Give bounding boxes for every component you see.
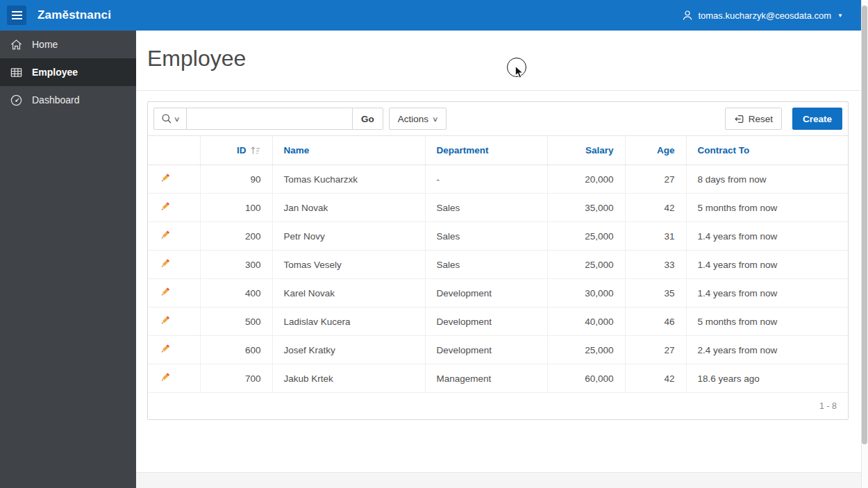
- cell-age: 31: [625, 222, 686, 251]
- edit-row-button[interactable]: [148, 279, 200, 308]
- cell-name: Petr Novy: [272, 222, 425, 251]
- cell-salary: 40,000: [547, 308, 625, 336]
- actions-menu-button[interactable]: Actions ∨: [389, 108, 447, 130]
- cell-salary: 60,000: [547, 364, 625, 393]
- edit-row-button[interactable]: [148, 194, 200, 222]
- cell-department: Management: [425, 364, 547, 393]
- column-header-age[interactable]: Age: [625, 136, 686, 165]
- sidebar-item-label: Dashboard: [32, 94, 80, 106]
- cell-department: -: [425, 165, 547, 194]
- column-header-id[interactable]: ID: [200, 136, 272, 165]
- cell-salary: 35,000: [547, 194, 625, 222]
- interactive-report-region: ∨ Go Actions ∨ Reset Create: [147, 101, 849, 420]
- cell-name: Ladislav Kucera: [272, 308, 425, 336]
- cell-id: 700: [200, 364, 272, 393]
- cell-name: Jakub Krtek: [272, 364, 425, 393]
- page-header: Employee: [136, 31, 861, 91]
- cell-contract-to: 5 months from now: [686, 194, 848, 222]
- person-icon: [682, 10, 693, 21]
- pencil-icon: [156, 340, 173, 357]
- column-header-salary[interactable]: Salary: [547, 136, 625, 165]
- pencil-icon: [156, 312, 173, 328]
- chevron-down-icon: ∨: [432, 115, 439, 123]
- table-icon: [10, 66, 23, 79]
- cell-department: Development: [425, 336, 547, 364]
- cell-contract-to: 18.6 years ago: [686, 364, 848, 393]
- sidebar-item-dashboard[interactable]: Dashboard: [0, 86, 136, 114]
- cell-name: Karel Novak: [272, 279, 425, 308]
- page-title: Employee: [147, 46, 861, 71]
- table-row: 90Tomas Kucharzxk-20,000278 days from no…: [148, 165, 848, 194]
- cell-contract-to: 1.4 years from now: [686, 279, 848, 308]
- table-row: 300Tomas VeselySales25,000331.4 years fr…: [148, 251, 848, 279]
- pencil-icon: [156, 198, 173, 214]
- table-row: 200Petr NovySales25,000311.4 years from …: [148, 222, 848, 251]
- cell-age: 35: [625, 279, 686, 308]
- pencil-icon: [156, 169, 173, 186]
- cell-age: 42: [625, 364, 686, 393]
- column-header-name[interactable]: Name: [272, 136, 425, 165]
- cell-id: 90: [200, 165, 272, 194]
- cell-salary: 30,000: [547, 279, 625, 308]
- cell-department: Sales: [425, 194, 547, 222]
- pagination-range: 1 - 8: [148, 393, 848, 420]
- pencil-icon: [156, 255, 173, 271]
- search-input[interactable]: [186, 108, 353, 130]
- user-menu-button[interactable]: tomas.kucharzyk@ceosdata.com ▼: [682, 10, 843, 21]
- edit-row-button[interactable]: [148, 165, 200, 194]
- pencil-icon: [156, 226, 173, 243]
- pencil-icon: [156, 283, 173, 300]
- edit-row-button[interactable]: [148, 222, 200, 251]
- cell-department: Development: [425, 308, 547, 336]
- cell-age: 27: [625, 165, 686, 194]
- sort-asc-icon: [250, 146, 261, 155]
- cell-contract-to: 1.4 years from now: [686, 251, 848, 279]
- cell-department: Development: [425, 279, 547, 308]
- cell-salary: 20,000: [547, 165, 625, 194]
- table-row: 100Jan NovakSales35,000425 months from n…: [148, 194, 848, 222]
- sidebar-item-label: Home: [32, 39, 58, 50]
- table-header-row: ID Name Department Salary: [148, 136, 848, 165]
- edit-row-button[interactable]: [148, 336, 200, 364]
- table-row: 700Jakub KrtekManagement60,0004218.6 yea…: [148, 364, 848, 393]
- go-button[interactable]: Go: [352, 108, 383, 130]
- reset-button[interactable]: Reset: [725, 108, 782, 130]
- cell-id: 300: [200, 251, 272, 279]
- cell-contract-to: 5 months from now: [686, 308, 848, 336]
- cell-name: Jan Novak: [272, 194, 425, 222]
- create-button[interactable]: Create: [792, 108, 842, 130]
- search-options-button[interactable]: ∨: [153, 108, 187, 130]
- gauge-icon: [10, 94, 23, 107]
- column-header-department[interactable]: Department: [425, 136, 547, 165]
- table-row: 400Karel NovakDevelopment30,000351.4 yea…: [148, 279, 848, 308]
- cell-contract-to: 8 days from now: [686, 165, 848, 194]
- sidebar-item-home[interactable]: Home: [0, 31, 136, 58]
- cell-contract-to: 1.4 years from now: [686, 222, 848, 251]
- cell-name: Tomas Kucharzxk: [272, 165, 425, 194]
- cell-contract-to: 2.4 years from now: [686, 336, 848, 364]
- sidebar-item-label: Employee: [32, 67, 78, 78]
- vertical-scrollbar-thumb[interactable]: [862, 6, 867, 444]
- edit-row-button[interactable]: [148, 308, 200, 336]
- sidebar-item-employee[interactable]: Employee: [0, 58, 136, 86]
- table-row: 600Josef KratkyDevelopment25,000272.4 ye…: [148, 336, 848, 364]
- cell-id: 100: [200, 194, 272, 222]
- sidebar: Home Employee Dashboard: [0, 31, 136, 488]
- main-content: Employee ∨ Go Actions ∨: [136, 31, 861, 488]
- column-header-contract-to[interactable]: Contract To: [686, 136, 848, 165]
- edit-row-button[interactable]: [148, 364, 200, 393]
- employee-table: ID Name Department Salary: [148, 135, 848, 419]
- cell-age: 33: [625, 251, 686, 279]
- cell-id: 500: [200, 308, 272, 336]
- cell-age: 46: [625, 308, 686, 336]
- magnifier-icon: [161, 113, 172, 124]
- cell-salary: 25,000: [547, 222, 625, 251]
- hamburger-menu-button[interactable]: [7, 6, 26, 25]
- cell-name: Tomas Vesely: [272, 251, 425, 279]
- app-title: Zaměstnanci: [37, 8, 111, 22]
- cell-id: 400: [200, 279, 272, 308]
- vertical-scrollbar-track[interactable]: [861, 0, 868, 488]
- edit-row-button[interactable]: [148, 251, 200, 279]
- top-navigation-bar: Zaměstnanci tomas.kucharzyk@ceosdata.com…: [0, 0, 861, 31]
- cell-age: 27: [625, 336, 686, 364]
